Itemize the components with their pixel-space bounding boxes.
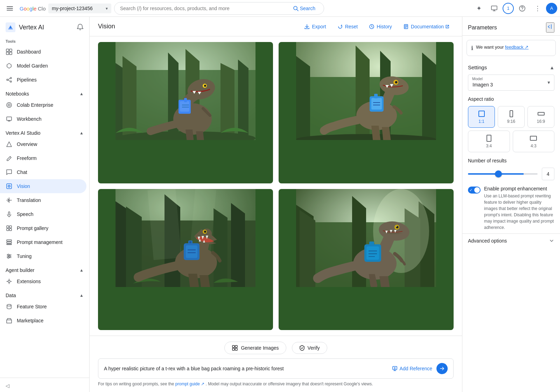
toggle-row: ✓ Enable prompt enhancement Use an LLM-b… xyxy=(468,186,554,231)
generated-image-3[interactable] xyxy=(98,189,273,330)
sidebar-item-tuning[interactable]: Tuning xyxy=(0,249,86,263)
search-bar[interactable]: Search xyxy=(114,2,324,15)
sidebar-item-speech[interactable]: Speech xyxy=(0,207,86,221)
sidebar-item-workbench[interactable]: Workbench xyxy=(0,112,86,126)
svg-rect-2 xyxy=(7,10,13,10)
generated-image-4[interactable] xyxy=(279,189,454,330)
bell-icon[interactable] xyxy=(77,23,84,31)
params-header: Parameters xyxy=(462,17,560,36)
help-button[interactable] xyxy=(515,1,529,15)
add-reference-button[interactable]: Add Reference xyxy=(392,366,432,371)
generate-label: Generate Images xyxy=(241,345,279,351)
top-bar: Google Cloud my-project-123456 Search ✦ xyxy=(0,0,560,17)
docs-button[interactable]: Documentation xyxy=(399,22,454,31)
user-avatar[interactable]: A xyxy=(546,3,557,14)
sidebar-item-freeform[interactable]: Freeform xyxy=(0,151,86,165)
reset-button[interactable]: Reset xyxy=(333,22,362,31)
sidebar-item-label: Prompt gallery xyxy=(17,225,48,231)
svg-rect-26 xyxy=(9,226,12,228)
sidebar-item-vision[interactable]: Vision xyxy=(0,179,86,193)
sidebar: Vertex AI Tools Dashboard Model Garden xyxy=(0,17,90,392)
user-count-badge[interactable]: 1 xyxy=(503,3,514,14)
svg-rect-102 xyxy=(487,135,491,141)
sidebar-item-translation[interactable]: Translation xyxy=(0,193,86,207)
svg-point-23 xyxy=(9,186,9,187)
data-label: Data xyxy=(6,293,16,298)
agent-builder-section-header: Agent builder ▲ xyxy=(0,263,89,274)
verify-icon xyxy=(299,345,305,351)
marketplace-icon xyxy=(6,317,13,324)
sidebar-item-label: Tuning xyxy=(17,253,31,259)
sidebar-item-pipelines[interactable]: Pipelines xyxy=(0,73,86,87)
sidebar-item-chat[interactable]: Chat xyxy=(0,165,86,179)
svg-point-34 xyxy=(8,257,9,258)
results-slider[interactable] xyxy=(468,173,538,175)
monitor-icon xyxy=(491,5,498,12)
vertex-ai-logo xyxy=(6,22,15,32)
sidebar-item-prompt-management[interactable]: Prompt management xyxy=(0,235,86,249)
aspect-btn-9-16[interactable]: 9:16 xyxy=(498,106,525,128)
send-icon xyxy=(440,366,444,371)
send-button[interactable] xyxy=(436,363,448,374)
sidebar-item-overview[interactable]: Overview xyxy=(0,137,86,151)
history-button[interactable]: History xyxy=(365,22,396,31)
enhancement-toggle[interactable]: ✓ xyxy=(468,187,481,194)
agent-builder-collapse-icon[interactable]: ▲ xyxy=(79,268,84,273)
aspect-btn-4-3[interactable]: 4:3 xyxy=(513,131,555,152)
sidebar-item-extensions[interactable]: Extensions xyxy=(0,274,86,288)
prompt-guide-link[interactable]: prompt guide ↗ xyxy=(175,382,204,386)
svg-rect-30 xyxy=(7,242,12,243)
svg-point-33 xyxy=(9,255,10,257)
hamburger-button[interactable] xyxy=(3,1,17,15)
aspect-btn-1-1[interactable]: 1:1 xyxy=(468,106,495,128)
aspect-btn-16-9[interactable]: 16:9 xyxy=(527,106,554,128)
sidebar-item-dashboard[interactable]: Dashboard xyxy=(0,45,86,59)
sidebar-collapse-button[interactable]: ◁ xyxy=(0,379,89,392)
sidebar-item-feature-store[interactable]: Feature Store xyxy=(0,300,86,314)
settings-collapse-button[interactable]: ▲ xyxy=(550,65,554,70)
aspect-ratio-label: Aspect ratio xyxy=(468,96,554,102)
project-selector[interactable]: my-project-123456 xyxy=(48,4,111,13)
sidebar-title: Vertex AI xyxy=(19,24,44,31)
history-icon xyxy=(369,24,374,29)
notebooks-collapse-icon[interactable]: ▲ xyxy=(79,91,84,96)
svg-point-18 xyxy=(7,103,12,107)
advanced-options-header[interactable]: Advanced options xyxy=(462,233,560,248)
params-collapse-button[interactable] xyxy=(546,22,554,33)
vertex-studio-label: Vertex AI Studio xyxy=(6,130,41,136)
generated-image-2[interactable] xyxy=(279,42,454,183)
data-section-header: Data ▲ xyxy=(0,288,89,300)
add-reference-icon xyxy=(392,366,398,371)
sidebar-item-colab[interactable]: Colab Enterprise xyxy=(0,98,86,112)
ai-spark-button[interactable]: ✦ xyxy=(472,1,486,15)
dashboard-icon xyxy=(6,48,13,55)
prompt-row: Add Reference xyxy=(98,358,454,379)
sidebar-item-model-garden[interactable]: Model Garden xyxy=(0,59,86,73)
speech-icon xyxy=(6,211,13,218)
sidebar-item-prompt-gallery[interactable]: Prompt gallery xyxy=(0,221,86,235)
search-input[interactable] xyxy=(120,6,290,11)
aspect-btn-3-4[interactable]: 3:4 xyxy=(468,131,510,152)
export-button[interactable]: Export xyxy=(300,22,330,31)
svg-rect-100 xyxy=(510,111,513,117)
svg-rect-14 xyxy=(9,52,12,55)
vision-header: Vision Export Reset xyxy=(90,17,462,36)
sidebar-item-marketplace[interactable]: Marketplace xyxy=(0,314,86,328)
feedback-link[interactable]: feedback ↗ xyxy=(505,44,528,50)
prompt-input[interactable] xyxy=(104,366,388,371)
more-button[interactable]: ⋮ xyxy=(531,1,545,15)
search-button[interactable]: Search xyxy=(290,4,318,13)
vertex-studio-collapse-icon[interactable]: ▲ xyxy=(79,131,84,135)
settings-section: Settings ▲ Model Imagen 3 ▼ Aspect ratio xyxy=(462,60,560,233)
google-cloud-logo[interactable]: Google Cloud xyxy=(20,4,46,13)
generated-image-1[interactable] xyxy=(98,42,273,183)
monitor-button[interactable] xyxy=(487,1,501,15)
sidebar-item-label: Overview xyxy=(17,141,37,147)
svg-rect-13 xyxy=(6,52,9,55)
chat-icon xyxy=(6,169,13,176)
data-collapse-icon[interactable]: ▲ xyxy=(79,293,84,298)
generate-images-button[interactable]: Generate Images xyxy=(224,342,286,354)
svg-rect-7 xyxy=(491,6,497,10)
svg-rect-20 xyxy=(7,117,12,120)
verify-button[interactable]: Verify xyxy=(292,342,327,354)
